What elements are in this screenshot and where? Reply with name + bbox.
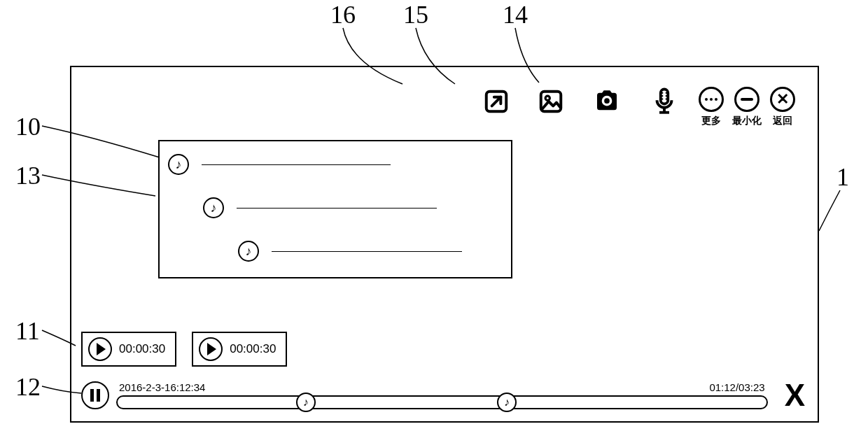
music-note-icon: ♪ — [168, 154, 189, 175]
timeline-marker-1[interactable]: ♪ — [296, 393, 316, 412]
callout-12: 12 — [15, 372, 41, 402]
close-x-button[interactable]: X — [785, 378, 805, 413]
timeline-area: 2016-2-3-16:12:34 01:12/03:23 ♪ ♪ X — [81, 378, 805, 413]
open-external-icon[interactable] — [483, 88, 510, 115]
app-window: 更多 最小化 ✕ 返回 ♪ — [70, 66, 819, 423]
audio-row-line — [202, 164, 391, 165]
callout-13: 13 — [15, 161, 41, 190]
pause-button[interactable] — [81, 381, 109, 409]
svg-point-2 — [545, 96, 550, 100]
audio-clip-1[interactable]: 00:00:30 — [81, 332, 176, 367]
more-label: 更多 — [701, 115, 721, 127]
callout-1: 1 — [836, 162, 849, 192]
microphone-icon[interactable] — [650, 87, 679, 116]
clip-duration: 00:00:30 — [119, 342, 165, 356]
pause-icon — [97, 389, 100, 402]
callout-14: 14 — [503, 0, 528, 29]
callout-16: 16 — [330, 0, 356, 29]
elapsed-label: 01:12/03:23 — [709, 381, 764, 393]
minimize-button[interactable]: 最小化 — [732, 87, 762, 127]
minimize-label: 最小化 — [732, 115, 762, 127]
callout-11: 11 — [15, 316, 40, 346]
music-note-icon: ♪ — [238, 241, 259, 262]
top-toolbar: 更多 最小化 ✕ 返回 — [483, 87, 795, 127]
callout-10: 10 — [15, 112, 41, 141]
callout-15: 15 — [403, 0, 428, 29]
close-label: 返回 — [773, 115, 792, 127]
audio-row-3[interactable]: ♪ — [238, 241, 462, 262]
more-button[interactable]: 更多 — [699, 87, 724, 127]
play-icon — [199, 337, 223, 361]
audio-clip-2[interactable]: 00:00:30 — [192, 332, 287, 367]
audio-row-line — [237, 208, 437, 209]
more-icon — [705, 98, 718, 101]
audio-list-panel: ♪ ♪ ♪ — [158, 140, 512, 278]
clips-area: 00:00:30 00:00:30 — [81, 332, 287, 367]
pause-icon — [90, 389, 94, 402]
close-button[interactable]: ✕ 返回 — [770, 87, 795, 127]
audio-row-2[interactable]: ♪ — [203, 197, 437, 218]
audio-row-1[interactable]: ♪ — [168, 154, 391, 175]
close-icon: ✕ — [776, 92, 789, 107]
clip-duration: 00:00:30 — [230, 342, 276, 356]
timeline-body: 2016-2-3-16:12:34 01:12/03:23 ♪ ♪ — [116, 381, 768, 409]
minimize-icon — [741, 98, 753, 101]
music-note-icon: ♪ — [203, 197, 224, 218]
play-icon — [88, 337, 112, 361]
window-controls: 更多 最小化 ✕ 返回 — [699, 87, 795, 127]
timestamp-label: 2016-2-3-16:12:34 — [119, 381, 205, 393]
image-icon[interactable] — [538, 88, 564, 115]
camera-icon[interactable] — [592, 87, 622, 116]
timeline-track[interactable]: ♪ ♪ — [116, 395, 768, 409]
audio-row-line — [272, 251, 462, 252]
timeline-marker-2[interactable]: ♪ — [497, 393, 517, 412]
toolbar-icons — [483, 87, 679, 116]
